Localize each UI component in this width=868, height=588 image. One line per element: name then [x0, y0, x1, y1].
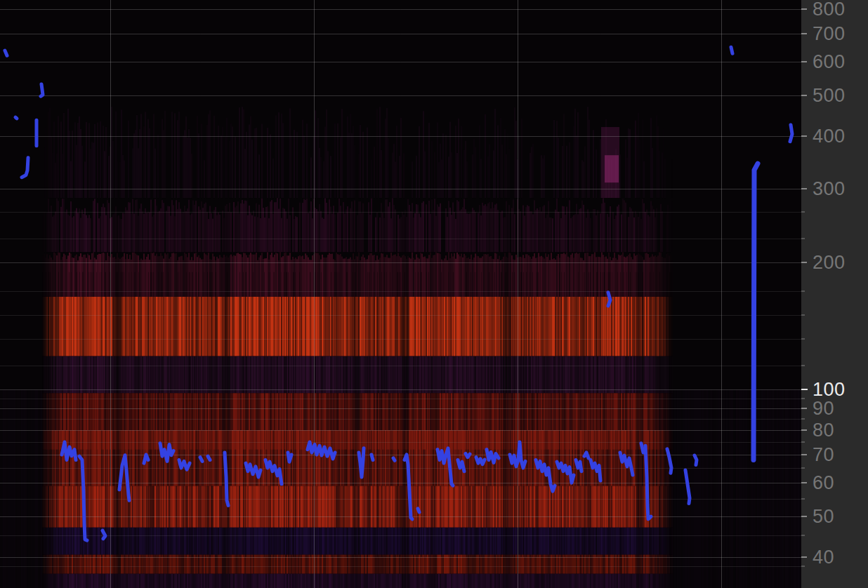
freq-tick-label-500: 500 — [813, 85, 862, 106]
freq-tick-label-600: 600 — [813, 51, 862, 72]
freq-major-tick — [801, 61, 807, 62]
freq-tick-label-70: 70 — [813, 444, 862, 465]
freq-major-tick — [801, 95, 807, 96]
freq-major-tick — [801, 454, 807, 455]
freq-major-tick — [801, 135, 807, 137]
freq-major-tick — [801, 482, 807, 483]
freq-tick-label-100: 100 — [813, 379, 862, 400]
freq-tick-label-50: 50 — [813, 506, 862, 527]
freq-minor-tick — [801, 338, 805, 340]
freq-tick-label-40: 40 — [813, 547, 862, 568]
freq-minor-tick — [801, 418, 805, 420]
freq-major-tick — [801, 556, 807, 558]
freq-major-tick — [801, 33, 807, 34]
freq-major-tick — [801, 8, 807, 10]
freq-tick-label-60: 60 — [813, 472, 862, 493]
freq-major-tick — [801, 429, 807, 431]
freq-tick-label-80: 80 — [813, 420, 862, 441]
freq-tick-label-400: 400 — [813, 126, 862, 147]
freq-major-tick — [801, 262, 807, 263]
freq-tick-label-90: 90 — [813, 398, 862, 419]
freq-minor-tick — [801, 398, 805, 399]
freq-major-tick — [801, 188, 807, 189]
freq-minor-tick — [801, 498, 805, 500]
freq-minor-tick — [801, 441, 805, 443]
frequency-axis: 800700600500400300200100908070605040 — [801, 0, 868, 588]
freq-major-tick — [801, 389, 808, 390]
freq-tick-label-200: 200 — [813, 252, 862, 273]
spectrogram-canvas[interactable] — [0, 0, 801, 588]
freq-minor-tick — [801, 238, 805, 239]
freq-minor-tick — [801, 365, 805, 366]
spectrogram-view: 800700600500400300200100908070605040 — [0, 0, 868, 588]
freq-minor-tick — [801, 467, 805, 469]
freq-minor-tick — [801, 535, 805, 536]
freq-minor-tick — [801, 566, 805, 567]
freq-minor-tick — [801, 211, 805, 213]
freq-minor-tick — [801, 290, 805, 292]
freq-tick-label-700: 700 — [813, 23, 862, 44]
freq-tick-label-300: 300 — [813, 178, 862, 199]
freq-major-tick — [801, 408, 807, 409]
freq-tick-label-800: 800 — [813, 0, 862, 20]
freq-minor-tick — [801, 314, 805, 316]
freq-major-tick — [801, 516, 807, 517]
